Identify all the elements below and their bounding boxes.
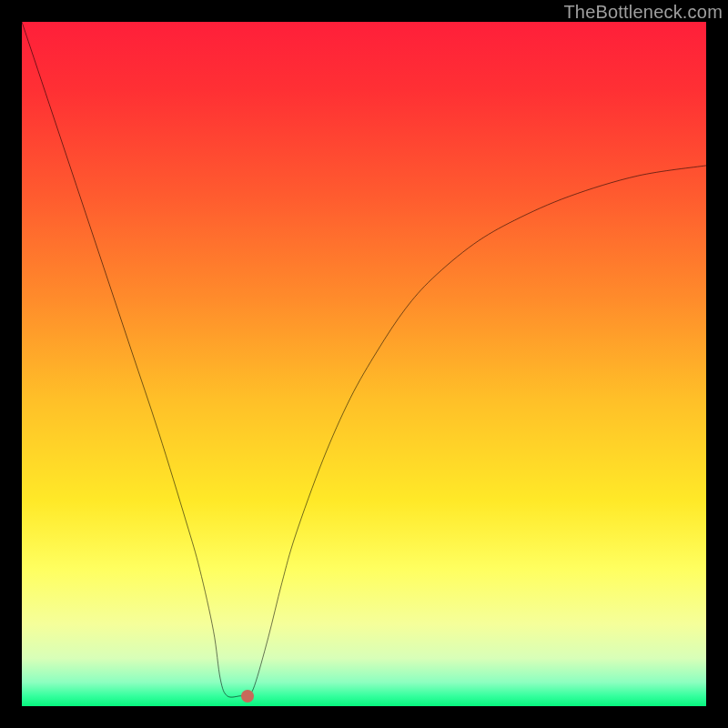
- bottleneck-curve: [22, 22, 706, 697]
- minimum-marker: [241, 690, 254, 703]
- plot-area: [22, 22, 706, 706]
- curve-layer: [22, 22, 706, 706]
- chart-frame: TheBottleneck.com: [0, 0, 728, 728]
- watermark-text: TheBottleneck.com: [563, 2, 723, 23]
